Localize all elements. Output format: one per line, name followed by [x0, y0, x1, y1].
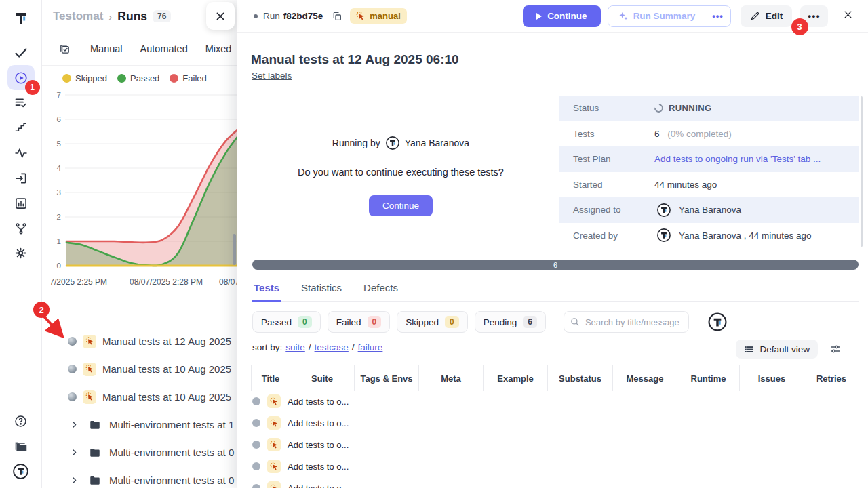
info-row-assigned-to: Assigned toYana Baranova: [559, 197, 859, 223]
continue-prompt-button[interactable]: Continue: [369, 195, 433, 216]
results-table-header: TitleSuiteTags & EnvsMetaExampleSubstatu…: [244, 365, 859, 391]
close-panel-button[interactable]: [839, 9, 857, 23]
tab-tests[interactable]: Tests: [252, 277, 281, 302]
sidebar-item-settings[interactable]: [7, 241, 35, 266]
drawer-close-button[interactable]: [206, 2, 235, 30]
run-status-dot: [254, 14, 258, 18]
info-label: Started: [559, 180, 654, 190]
sidebar-item-help[interactable]: [7, 409, 35, 434]
run-list-item[interactable]: Manual tests at 12 Aug 2025: [42, 327, 237, 355]
test-result-row[interactable]: Add tests to o...: [244, 412, 859, 434]
default-view-button[interactable]: Default view: [736, 340, 818, 359]
progress-count: 6: [553, 261, 557, 269]
default-view-label: Default view: [760, 344, 810, 354]
filter-pending-button[interactable]: Pending6: [475, 311, 546, 333]
chart-legend: SkippedPassedFailed: [62, 73, 207, 83]
sidebar-item-branches[interactable]: [7, 216, 35, 241]
run-item-label: Multi-environment tests at 1: [109, 419, 234, 430]
run-word: Run: [263, 11, 280, 21]
spinner-icon: [652, 102, 665, 115]
tab-statistics[interactable]: Statistics: [300, 277, 343, 301]
legend-item-failed[interactable]: Failed: [170, 73, 206, 83]
tab-mixed[interactable]: Mixed: [205, 43, 232, 54]
sort-link-testcase[interactable]: testcase: [315, 342, 349, 352]
sort-by-label: sort by:: [252, 342, 282, 352]
info-label: Tests: [559, 129, 654, 139]
test-result-row[interactable]: Add tests to o...: [244, 390, 859, 412]
tab-defects[interactable]: Defects: [362, 277, 399, 301]
info-value: 44 minutes ago: [654, 180, 859, 190]
info-label: Status: [559, 103, 654, 113]
column-header-runtime: Runtime: [677, 365, 739, 391]
test-title: Add tests to o...: [288, 418, 349, 428]
sidebar-item-checklists[interactable]: [7, 90, 35, 115]
run-summary-more-button[interactable]: •••: [705, 6, 730, 26]
play-icon: [536, 13, 542, 20]
sidebar-item-tests[interactable]: [7, 40, 35, 65]
sort-separator: /: [352, 342, 355, 352]
run-progress-bar: 6: [252, 260, 859, 270]
tab-automated[interactable]: Automated: [140, 43, 188, 54]
sidebar-item-runs[interactable]: 1: [7, 65, 35, 90]
tests-count: 6: [654, 129, 660, 139]
view-settings-button[interactable]: [827, 341, 844, 357]
filter-passed-button[interactable]: Passed0: [252, 311, 321, 333]
copy-run-id-button[interactable]: [330, 9, 344, 24]
filter-failed-button[interactable]: Failed0: [328, 311, 390, 333]
run-summary-button[interactable]: Run Summary: [608, 6, 705, 26]
legend-item-skipped[interactable]: Skipped: [62, 73, 107, 83]
info-label: Assigned to: [559, 205, 654, 215]
left-panel-scrollbar[interactable]: [233, 234, 236, 265]
set-labels-link[interactable]: Set labels: [252, 70, 292, 81]
sidebar-item-import[interactable]: [7, 165, 35, 190]
run-list-item[interactable]: Manual tests at 10 Aug 2025: [42, 355, 237, 383]
info-row-status: StatusRUNNING: [559, 96, 859, 121]
legend-item-passed[interactable]: Passed: [117, 73, 159, 83]
sidebar-item-steps[interactable]: [7, 115, 35, 140]
edit-run-button[interactable]: Edit: [741, 5, 793, 27]
test-result-row[interactable]: Add tests to o...: [244, 434, 859, 455]
breadcrumb-app[interactable]: Testomat: [53, 9, 103, 23]
select-all-button[interactable]: [57, 41, 73, 57]
test-plan-link[interactable]: Add tests to ongoing run via 'Tests' tab…: [654, 154, 821, 164]
filter-count-badge: 0: [368, 316, 382, 328]
sort-separator: /: [309, 342, 311, 352]
test-result-row[interactable]: Add tests to o...: [244, 455, 859, 477]
sort-link-failure[interactable]: failure: [358, 342, 383, 352]
run-folder-item[interactable]: Multi-environment tests at 0: [42, 466, 237, 488]
column-header-tags-envs: Tags & Envs: [354, 365, 418, 391]
sort-link-suite[interactable]: suite: [285, 342, 305, 352]
sidebar-item-profile[interactable]: [7, 459, 35, 484]
manual-test-icon: [267, 460, 281, 473]
runs-list-panel: Testomat › Runs 76 ManualAutomatedMixed …: [42, 0, 237, 488]
legend-dot-icon: [170, 74, 178, 83]
sidebar-item-activity[interactable]: [7, 140, 35, 165]
assignee-avatar[interactable]: [705, 310, 730, 334]
runs-trend-chart: 7654321008/07/2025 2:25 PM08/07/2025 2:2…: [50, 87, 237, 290]
test-status-circle-icon: [252, 419, 260, 427]
search-input[interactable]: [564, 311, 689, 333]
run-item-label: Manual tests at 12 Aug 2025: [102, 336, 231, 347]
run-folder-item[interactable]: Multi-environment tests at 0: [42, 439, 237, 466]
info-row-started: Started44 minutes ago: [559, 172, 859, 198]
info-value: 6 (0% completed): [654, 129, 859, 139]
sidebar-item-projects[interactable]: [7, 434, 35, 459]
run-folder-item[interactable]: Multi-environment tests at 1: [42, 411, 237, 439]
svg-text:4: 4: [57, 164, 62, 172]
breadcrumb-separator: ›: [108, 11, 112, 22]
filter-skipped-button[interactable]: Skipped0: [397, 311, 467, 333]
continue-run-button[interactable]: Continue: [523, 5, 601, 27]
run-detail-panel: Run f82bd75e manual Continue Run Summary…: [237, 0, 868, 488]
tab-manual[interactable]: Manual: [90, 43, 123, 54]
more-actions-button[interactable]: ••• 3: [800, 5, 828, 27]
select-all-icon: [59, 43, 71, 55]
detail-scrollbar[interactable]: [861, 96, 863, 247]
manual-type-badge: manual: [350, 8, 407, 24]
test-result-row[interactable]: Add tests to o...: [244, 477, 859, 488]
runs-count-badge: 76: [153, 10, 171, 22]
app-logo[interactable]: [7, 5, 35, 30]
sidebar-item-analytics[interactable]: [7, 190, 35, 216]
test-title: Add tests to o...: [288, 483, 349, 488]
run-list-item[interactable]: Manual tests at 10 Aug 2025: [42, 383, 237, 411]
legend-label: Failed: [182, 73, 206, 83]
